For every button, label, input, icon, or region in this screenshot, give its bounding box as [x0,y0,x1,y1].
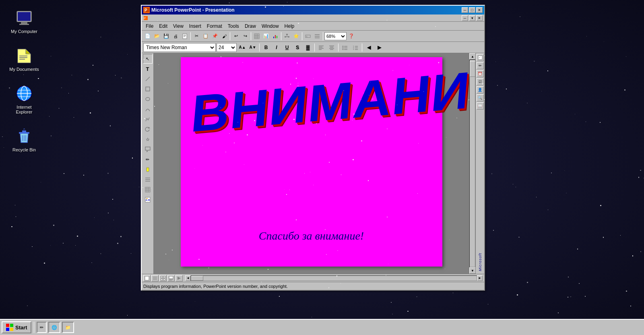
text-tool[interactable]: T [143,64,153,74]
freeform-tool[interactable] [143,114,153,124]
word-art-button[interactable]: ⭐ [292,32,301,41]
recycle-bin-icon[interactable]: Recycle Bin [8,126,40,152]
ellipse-tool[interactable] [143,94,153,104]
highlight-tool[interactable] [143,165,153,174]
menu-format[interactable]: Format [204,23,225,30]
taskbar-item-1[interactable]: ✏ [37,322,47,333]
decrease-font-button[interactable]: A▼ [248,43,258,52]
notes-view-button[interactable] [167,275,175,281]
scroll-left-button[interactable]: ◄ [185,275,191,281]
my-computer-img [14,8,34,27]
open-button[interactable]: 📂 [153,32,161,41]
line-tool[interactable] [143,74,153,84]
svg-rect-6 [19,59,25,60]
increase-font-button[interactable]: A▲ [237,43,247,52]
office-btn-7[interactable]: 📖 [477,102,484,110]
callout-tool[interactable] [143,145,153,154]
shadow-button[interactable]: S [293,43,302,52]
scroll-thumb[interactable] [470,61,475,77]
copy-button[interactable]: 📋 [201,32,210,41]
h-scroll-thumb[interactable] [191,276,203,281]
save-button[interactable]: 💾 [162,32,171,41]
new-button[interactable]: 📄 [143,32,152,41]
show-format-button[interactable]: A [303,32,312,41]
internet-explorer-icon[interactable]: Internet Explorer [8,84,40,114]
clip-art-tool[interactable] [143,195,153,205]
align-left-button[interactable] [316,43,326,52]
inner-close-button[interactable]: ✕ [476,15,483,21]
menu-edit[interactable]: Edit [157,23,170,30]
my-documents-icon[interactable]: My Documents [8,46,40,72]
redo-button[interactable]: ↪ [241,32,250,41]
taskbar-item-2[interactable]: 🌐 [48,322,60,333]
indent-less-button[interactable]: ◀ [364,43,374,52]
italic-button[interactable]: I [272,43,281,52]
outline-view-button[interactable] [151,275,159,281]
menu-insert[interactable]: Insert [187,23,204,30]
bullets-button[interactable] [340,43,350,52]
office-btn-5[interactable]: 👤 [477,86,484,93]
help-button[interactable]: ❓ [347,32,356,41]
lines-tool[interactable] [143,175,153,184]
svg-text:3.: 3. [353,48,354,50]
expand-button[interactable] [313,32,322,41]
inner-restore-button[interactable]: ▾ [469,15,475,21]
normal-view-button[interactable] [143,275,151,281]
slide-sorter-button[interactable] [159,275,167,281]
slide-show-button[interactable] [175,275,183,281]
format-painter-button[interactable]: 🖌 [220,32,229,41]
cut-button[interactable]: ✂ [192,32,201,41]
menu-draw[interactable]: Draw [242,23,258,30]
undo-button[interactable]: ↩ [231,32,240,41]
org-chart-button[interactable] [283,32,291,41]
h-scroll-track[interactable] [191,275,477,281]
table-tool[interactable] [143,185,153,194]
rotate-tool[interactable] [143,124,153,134]
bold-button[interactable]: B [261,43,271,52]
print-button[interactable]: 🖨 [171,32,180,41]
inner-minimize-button[interactable]: ─ [462,15,468,21]
slide-area[interactable]: ВНИМАНИЕ! Спасибо за внимание! [154,53,469,274]
font-selector[interactable]: Times New Roman [143,43,216,52]
svg-rect-27 [273,37,274,38]
emboss-button[interactable]: ▓ [303,43,313,52]
menu-tools[interactable]: Tools [225,23,242,30]
scroll-up-button[interactable]: ▲ [469,53,476,60]
taskbar-item-3[interactable]: 📁 [62,322,74,333]
insert-chart-button[interactable]: 📊 [262,32,270,41]
office-btn-3[interactable]: ⏰ [477,70,484,77]
menu-window[interactable]: Window [259,23,281,30]
start-button[interactable]: Start [2,321,31,333]
align-center-button[interactable] [327,43,336,52]
rectangle-tool[interactable] [143,84,153,94]
menu-help[interactable]: Help [282,23,297,30]
indent-more-button[interactable]: ▶ [374,43,384,52]
office-btn-2[interactable]: ✏ [477,62,484,69]
zoom-select[interactable]: 68% [324,32,347,40]
insert-graph-button[interactable] [271,32,280,41]
office-btn-6[interactable]: 🔍 [477,94,484,101]
svg-text:P: P [144,8,147,12]
scroll-track[interactable] [469,60,475,267]
my-computer-icon[interactable]: My Computer [8,8,40,34]
svg-rect-5 [19,57,27,58]
underline-button[interactable]: U [282,43,292,52]
close-button[interactable]: ✕ [476,7,483,13]
minimize-button[interactable]: ─ [462,7,468,13]
office-btn-1[interactable]: ✓ [477,54,484,61]
svg-rect-12 [19,132,29,134]
menu-file[interactable]: File [143,23,156,30]
menu-view[interactable]: View [171,23,186,30]
scroll-right-button[interactable]: ► [477,275,483,281]
arc-tool[interactable] [143,104,153,114]
numbers-button[interactable]: 1.2.3. [351,43,360,52]
paste-button[interactable]: 📌 [211,32,219,41]
star-tool[interactable]: ☆ [143,134,153,144]
font-size-selector[interactable]: 24 [217,43,237,52]
maximize-button[interactable]: □ [469,7,475,13]
insert-table-button[interactable] [252,32,261,41]
pen-tool[interactable]: ✏ [143,155,153,164]
preview-button[interactable] [180,32,189,41]
svg-rect-3 [19,24,29,25]
svg-point-62 [146,97,150,101]
